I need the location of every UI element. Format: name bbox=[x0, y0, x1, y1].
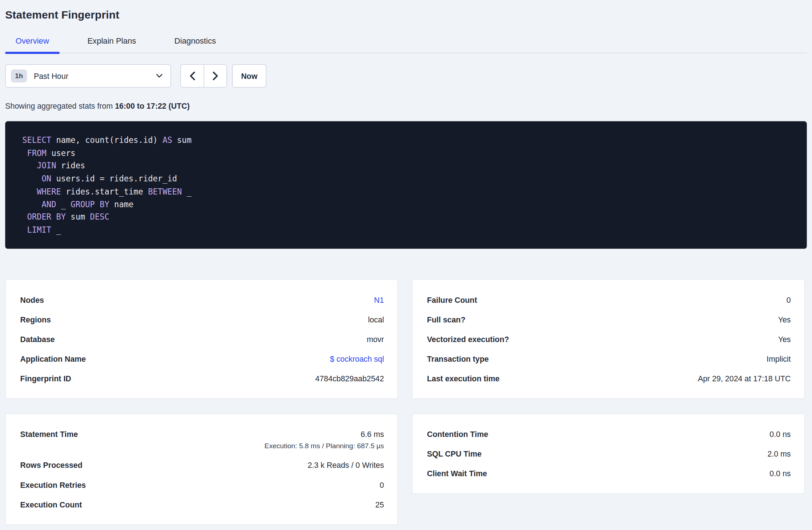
chevron-right-icon bbox=[213, 72, 218, 80]
card-row: Fingerprint ID4784cb829aab2542 bbox=[20, 374, 384, 383]
row-label: Statement Time bbox=[20, 429, 78, 438]
row-right: 0 bbox=[787, 295, 791, 304]
row-value: Yes bbox=[778, 334, 791, 343]
previous-range-button[interactable] bbox=[181, 65, 204, 87]
card-row: Contention Time0.0 ns bbox=[427, 429, 791, 438]
row-right: movr bbox=[367, 334, 384, 343]
sql-line: SELECT name, count(rides.id) AS sum bbox=[22, 134, 796, 147]
row-label: Vectorized execution? bbox=[427, 334, 509, 343]
row-value-link[interactable]: $ cockroach sql bbox=[330, 354, 384, 363]
summary-cards-grid: NodesN1RegionslocalDatabasemovrApplicati… bbox=[5, 279, 812, 525]
tab-explain-plans[interactable]: Explain Plans bbox=[77, 36, 146, 53]
statement-timing-card: Statement Time6.6 msExecution: 5.8 ms / … bbox=[5, 413, 398, 525]
row-value: Apr 29, 2024 at 17:18 UTC bbox=[698, 374, 791, 383]
sql-line: WHERE rides.start_time BETWEEN _ bbox=[22, 185, 796, 198]
sql-text: sum bbox=[66, 213, 90, 222]
time-range-select[interactable]: 1h Past Hour bbox=[5, 64, 171, 88]
row-label: Transaction type bbox=[427, 354, 489, 363]
row-right: $ cockroach sql bbox=[330, 354, 384, 363]
row-value: 0 bbox=[380, 480, 384, 489]
row-right: N1 bbox=[374, 295, 384, 304]
row-label: Full scan? bbox=[427, 315, 466, 324]
row-right: 6.6 msExecution: 5.8 ms / Planning: 687.… bbox=[265, 429, 384, 450]
row-value: 4784cb829aab2542 bbox=[315, 374, 384, 383]
chevron-left-icon bbox=[189, 72, 195, 80]
row-value: 25 bbox=[375, 500, 384, 509]
statement-details-card: NodesN1RegionslocalDatabasemovrApplicati… bbox=[5, 279, 398, 399]
tab-bar: OverviewExplain PlansDiagnostics bbox=[5, 36, 807, 53]
sql-keyword: WHERE bbox=[37, 187, 61, 196]
card-row: Failure Count0 bbox=[427, 295, 791, 304]
sql-text: rides.start_time bbox=[61, 187, 148, 196]
card-row: Full scan?Yes bbox=[427, 315, 791, 324]
time-nav-group bbox=[180, 64, 227, 88]
row-right: local bbox=[368, 315, 384, 324]
page-title: Statement Fingerprint bbox=[0, 0, 812, 21]
row-label: Fingerprint ID bbox=[20, 374, 71, 383]
row-label: Execution Count bbox=[20, 500, 82, 509]
sql-text: _ bbox=[51, 225, 61, 235]
row-right: 25 bbox=[375, 500, 384, 509]
row-subvalue: Execution: 5.8 ms / Planning: 687.5 µs bbox=[265, 442, 384, 450]
card-row: Databasemovr bbox=[20, 334, 384, 343]
card-row: SQL CPU Time2.0 ms bbox=[427, 449, 791, 458]
sql-keyword: JOIN bbox=[37, 161, 56, 171]
sql-line: JOIN rides bbox=[22, 160, 796, 173]
row-right: Apr 29, 2024 at 17:18 UTC bbox=[698, 374, 791, 383]
time-toolbar: 1h Past Hour Now bbox=[5, 64, 812, 88]
sql-keyword: AND bbox=[42, 200, 56, 209]
card-row: Application Name$ cockroach sql bbox=[20, 354, 384, 363]
aggregated-stats-caption: Showing aggregated stats from 16:00 to 1… bbox=[5, 101, 812, 110]
sql-keyword: SELECT bbox=[22, 136, 51, 145]
sql-statement-box: SELECT name, count(rides.id) AS sum FROM… bbox=[5, 121, 807, 249]
sql-keyword: GROUP BY bbox=[71, 200, 109, 209]
row-right: 0.0 ns bbox=[769, 469, 791, 478]
sql-text: sum bbox=[172, 136, 192, 145]
sql-line: ON users.id = rides.rider_id bbox=[22, 173, 796, 185]
row-right: Implicit bbox=[767, 354, 791, 363]
card-row: Transaction typeImplicit bbox=[427, 354, 791, 363]
row-label: Regions bbox=[20, 315, 51, 324]
aggregated-stats-range: 16:00 to 17:22 (UTC) bbox=[115, 101, 190, 110]
row-value: Implicit bbox=[767, 354, 791, 363]
sql-text: name bbox=[109, 200, 134, 209]
row-label: Nodes bbox=[20, 295, 44, 304]
sql-text: _ bbox=[182, 187, 192, 196]
row-value: 0.0 ns bbox=[769, 429, 791, 438]
time-range-badge: 1h bbox=[11, 69, 27, 83]
row-label: SQL CPU Time bbox=[427, 449, 482, 458]
card-row: Last execution timeApr 29, 2024 at 17:18… bbox=[427, 374, 791, 383]
row-value: 0.0 ns bbox=[769, 469, 791, 478]
card-row: Execution Count25 bbox=[20, 500, 384, 509]
sql-line: ORDER BY sum DESC bbox=[22, 211, 796, 224]
row-value-link[interactable]: N1 bbox=[374, 295, 384, 304]
row-label: Contention Time bbox=[427, 429, 488, 438]
now-button[interactable]: Now bbox=[232, 64, 266, 88]
statement-fingerprint-page: Statement Fingerprint OverviewExplain Pl… bbox=[0, 0, 812, 530]
sql-text: _ bbox=[56, 200, 71, 209]
row-label: Database bbox=[20, 334, 55, 343]
sql-text: users bbox=[47, 149, 76, 158]
card-row: Vectorized execution?Yes bbox=[427, 334, 791, 343]
row-label: Failure Count bbox=[427, 295, 477, 304]
aggregated-stats-prefix: Showing aggregated stats from bbox=[5, 101, 115, 110]
contention-timing-card: Contention Time0.0 nsSQL CPU Time2.0 msC… bbox=[412, 413, 805, 494]
row-right: 2.3 k Reads / 0 Writes bbox=[307, 461, 384, 469]
card-row: Statement Time6.6 msExecution: 5.8 ms / … bbox=[20, 429, 384, 450]
row-value: 2.0 ms bbox=[767, 449, 791, 458]
sql-keyword: BETWEEN bbox=[148, 187, 182, 196]
row-label: Application Name bbox=[20, 354, 86, 363]
row-value: 2.3 k Reads / 0 Writes bbox=[307, 461, 384, 469]
time-range-label: Past Hour bbox=[34, 72, 156, 80]
row-label: Last execution time bbox=[427, 374, 500, 383]
tab-diagnostics[interactable]: Diagnostics bbox=[164, 36, 226, 53]
row-value: Yes bbox=[778, 315, 791, 324]
tab-overview[interactable]: Overview bbox=[5, 36, 59, 53]
row-label: Client Wait Time bbox=[427, 469, 487, 478]
row-label: Rows Processed bbox=[20, 461, 83, 469]
next-range-button[interactable] bbox=[204, 65, 226, 87]
sql-text: rides bbox=[56, 161, 85, 171]
sql-keyword: FROM bbox=[27, 149, 47, 158]
card-row: Rows Processed2.3 k Reads / 0 Writes bbox=[20, 461, 384, 469]
row-right: 4784cb829aab2542 bbox=[315, 374, 384, 383]
